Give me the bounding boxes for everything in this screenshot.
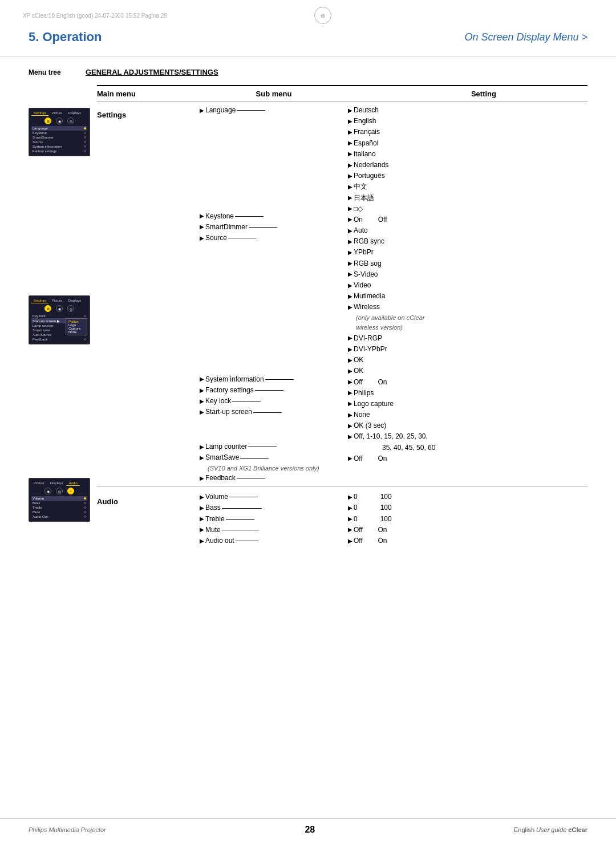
osd-icon-settings-1: ⚙ xyxy=(44,117,51,124)
setting-lamp-ok: ▶ OK (3 sec) xyxy=(348,420,519,431)
setting-rgb-sog: ▶ RGB sog xyxy=(348,258,519,269)
osd-tab-displays-1: Displays xyxy=(66,111,83,116)
osd-icon-picture-1: ◉ xyxy=(56,117,63,124)
osd-tab-displays-2: Displays xyxy=(66,298,83,303)
setting-bass: ▶ 0 100 xyxy=(348,502,519,513)
osd-item-audioout: Audio Out xyxy=(31,514,87,519)
sub-smartdimmer: ▶ SmartDimmer xyxy=(200,222,348,233)
osd-icon-display-2: ◎ xyxy=(67,305,74,312)
osd-icon-settings-2: ⚙ xyxy=(44,305,51,312)
setting-wireless: ▶ Wireless xyxy=(348,302,519,313)
settings-section: Settings ▶ Language xyxy=(97,105,587,484)
osd-tab-displays-3: Displays xyxy=(48,481,66,486)
sub-mute: ▶Mute xyxy=(200,525,348,535)
footer-right: English User guide cClear xyxy=(514,826,587,833)
setting-keylock: ▶ Off On xyxy=(348,377,519,388)
sub-language: ▶ Language xyxy=(200,105,348,116)
settings-main-label: Settings xyxy=(97,105,200,484)
setting-logo-capture: ▶ Logo capture xyxy=(348,399,519,409)
setting-japanese: ▶ 日本語 xyxy=(348,193,519,204)
setting-ypbpr: ▶ YPbPr xyxy=(348,247,519,258)
sub-smartsave: ▶ SmartSave xyxy=(200,452,348,463)
osd-icon-display-3: ◎ xyxy=(56,488,63,494)
osd-tab-settings-1: Settings xyxy=(31,111,48,116)
osd-screen-2: Settings Picture Displays ⚙ ◉ ◎ Key lock… xyxy=(29,295,90,344)
sub-startup: ▶ Start-up screen xyxy=(200,407,348,417)
setting-volume: ▶ 0 100 xyxy=(348,492,519,502)
setting-keystone: ▶ □◇ xyxy=(348,204,519,214)
setting-mute: ▶ Off On xyxy=(348,525,519,535)
sub-sysinfo: ▶ System information xyxy=(200,374,348,385)
osd-item-keylock: Key lock xyxy=(31,314,87,318)
chapter-header: 5. Operation On Screen Display Menu > xyxy=(0,24,616,56)
osd-screen-1: Settings Picture Displays ⚙ ◉ ◎ Language… xyxy=(29,108,90,156)
audio-settings-col: ▶ 0 100 ▶ 0 100 ▶ 0 100 ▶ Off On ▶ Off O… xyxy=(348,492,519,546)
audio-submenu-col: ▶Volume ▶Bass ▶Treble ▶Mute ▶Audio out xyxy=(200,492,348,546)
settings-submenu-col: ▶ Language ▶ Keystone xyxy=(200,105,348,484)
audio-section: Audio ▶Volume ▶Bass ▶Treble ▶Mute ▶Audio… xyxy=(97,492,587,546)
footer-language: English xyxy=(514,826,534,833)
col-header-sub: Sub menu xyxy=(200,90,348,98)
setting-smartsave-values1: ▶ Off, 1-10, 15, 20, 25, 30, xyxy=(348,431,519,442)
page-footer: Philips Multimedia Projector 28 English … xyxy=(0,818,616,835)
setting-deutsch: ▶ Deutsch xyxy=(348,105,519,116)
section-divider xyxy=(97,486,587,487)
osd-tab-picture-1: Picture xyxy=(50,111,65,116)
sub-treble: ▶Treble xyxy=(200,514,348,525)
smartsave-note: (SV10 and XG1 Brilliance versions only) xyxy=(200,464,348,473)
osd-screen-3: Picture Displays Audio ◉ ◎ ♪ Volume Bass… xyxy=(29,478,90,522)
setting-nederlands: ▶ Nederlands xyxy=(348,160,519,171)
col-header-main: Main menu xyxy=(97,90,200,98)
osd-tab-picture-3: Picture xyxy=(31,481,47,486)
setting-sysinfo-ok: ▶ OK xyxy=(348,355,519,366)
setting-wireless-note2: wireless version) xyxy=(348,323,519,333)
setting-feedback: ▶ Off On xyxy=(348,453,519,464)
osd-screenshots-area: Settings Picture Displays ⚙ ◉ ◎ Language… xyxy=(29,85,97,549)
col-header-setting: Setting xyxy=(348,90,508,98)
footer-guide: User guide xyxy=(536,826,568,833)
menu-tree-label: Menu tree xyxy=(29,68,74,76)
setting-philips: ▶ Philips xyxy=(348,388,519,399)
setting-wireless-note1: (only available on cClear xyxy=(348,313,519,323)
page-number: 28 xyxy=(305,825,315,835)
setting-dvi-rgp: ▶ DVI-RGP xyxy=(348,333,519,344)
osd-item-source: Source xyxy=(31,140,87,144)
menu-tree-content: Main menu Sub menu Setting Settings ▶ La… xyxy=(97,85,587,549)
sub-keystone: ▶ Keystone xyxy=(200,211,348,222)
setting-portugues: ▶ Português xyxy=(348,171,519,181)
setting-rgb-sync: ▶ RGB sync xyxy=(348,236,519,247)
osd-item-factory: Factory settings xyxy=(31,149,87,153)
osd-item-sysinfo: System information xyxy=(31,144,87,149)
setting-english: ▶ English xyxy=(348,116,519,127)
setting-multimedia: ▶ Mutimedia xyxy=(348,291,519,302)
setting-audioout: ▶ Off On xyxy=(348,535,519,546)
sub-feedback: ▶ Feedback xyxy=(200,473,348,484)
audio-main-label: Audio xyxy=(97,492,200,546)
osd-item-treble: Treble xyxy=(31,505,87,510)
osd-tab-picture-2: Picture xyxy=(50,298,65,303)
setting-none-startup: ▶ None xyxy=(348,409,519,420)
sub-bass: ▶Bass xyxy=(200,502,348,513)
sub-audioout: ▶Audio out xyxy=(200,535,348,546)
section-heading: GENERAL ADJUSTMENTS/SETTINGS xyxy=(86,68,218,76)
osd-tab-settings-2: Settings xyxy=(31,298,48,303)
osd-item-mute: Mute xyxy=(31,510,87,514)
osd-item-keystone: Keystone xyxy=(31,131,87,135)
sub-lamp: ▶ Lamp counter xyxy=(200,441,348,452)
setting-chinese: ▶ 中文 xyxy=(348,181,519,192)
osd-item-volume: Volume xyxy=(31,496,87,501)
file-info: XP cClear10 English (good) 24-07-2003 15… xyxy=(23,13,167,19)
footer-brand: Philips Multimedia Projector xyxy=(29,826,106,833)
setting-svideo: ▶ S-Video xyxy=(348,269,519,280)
sub-keylock: ▶ Key lock xyxy=(200,396,348,407)
setting-dvi-ypbpr: ▶ DVI-YPbPr xyxy=(348,344,519,355)
setting-italiano: ▶ Italiano xyxy=(348,149,519,160)
chapter-subtitle: On Screen Display Menu > xyxy=(464,31,587,43)
osd-icon-audio-3: ♪ xyxy=(67,488,74,494)
osd-icon-display-1: ◎ xyxy=(67,117,74,124)
osd-item-bass: Bass xyxy=(31,501,87,505)
settings-settings-col: ▶ Deutsch ▶ English ▶ Français ▶ Español… xyxy=(348,105,519,484)
setting-treble: ▶ 0 100 xyxy=(348,514,519,525)
setting-espanol: ▶ Español xyxy=(348,138,519,149)
sub-volume: ▶Volume xyxy=(200,492,348,502)
